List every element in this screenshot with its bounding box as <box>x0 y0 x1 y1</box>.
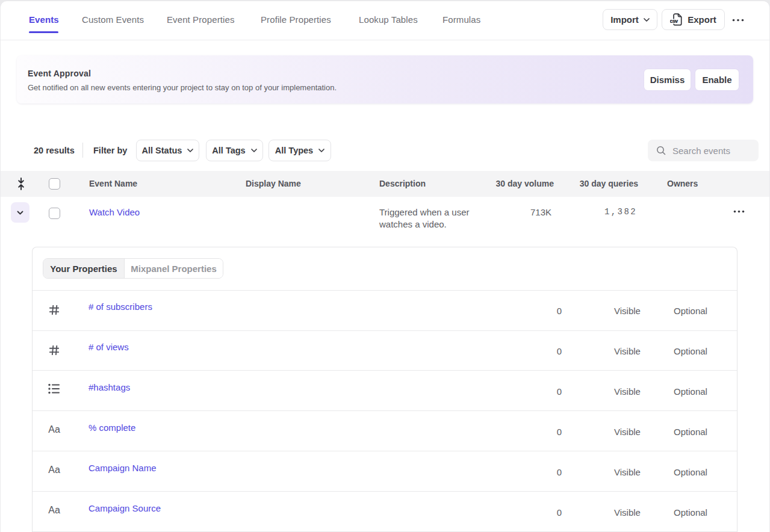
svg-text:csv: csv <box>670 18 678 24</box>
